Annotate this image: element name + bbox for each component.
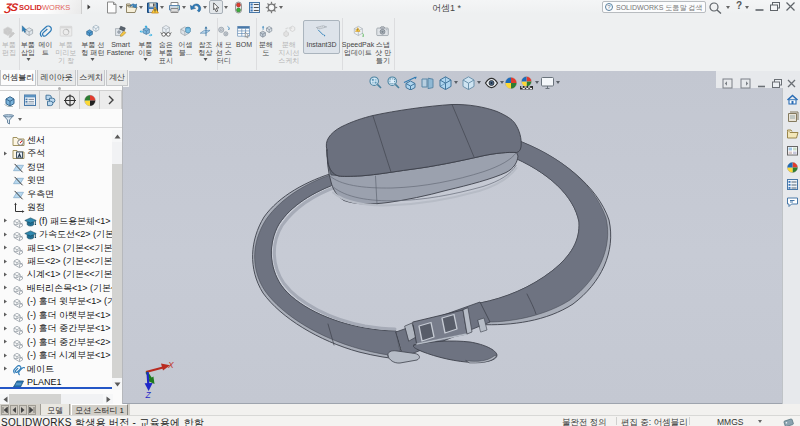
toolbar-undo-button[interactable] [188,0,202,14]
ribbon-button-exploded-view[interactable]: 분해 도 [259,24,274,57]
headsup-hide-show-items-button[interactable] [461,75,477,91]
ribbon-button-reference-geometry[interactable]: 참조 형상 [198,24,213,61]
tree-item[interactable]: 배터리손목<1> (기본<< [0,281,112,294]
restore-doc-icon[interactable] [771,75,783,87]
search-input[interactable] [616,4,707,11]
ribbon-button-component-preview[interactable]: 부품 미리보 기 창 [56,24,77,65]
tree-item[interactable]: 주석 [0,147,112,160]
dropdown-arrow-icon[interactable] [535,81,539,84]
command-tab-3[interactable]: 계산 [106,70,128,86]
taskpane-design-library-button[interactable] [785,109,799,124]
tree-item[interactable]: 원점 [0,201,112,214]
ribbon-button-bom[interactable]: BOM [236,24,252,49]
tree-item[interactable]: 가속도선<2> (기본< [0,228,112,241]
help-search-box[interactable]: ? [602,1,706,13]
expander-arrow-icon[interactable] [4,340,7,344]
tree-item[interactable]: (-) 홀더 윗부분<1> (기본 [0,295,112,308]
expander-arrow-icon[interactable] [4,151,7,155]
taskpane-forum-button[interactable] [785,194,799,209]
headsup-zoom-to-fit-button[interactable] [368,75,384,91]
expander-arrow-icon[interactable] [4,313,7,317]
ribbon-button-smart-fastener[interactable]: Smart Fastener [107,24,135,57]
dropdown-arrow-icon[interactable] [160,6,164,9]
graphics-viewport[interactable]: X Z [123,71,782,404]
dropdown-arrow-icon[interactable] [182,6,186,9]
collapse-left-pane-icon[interactable] [722,75,734,87]
tree-item[interactable]: (f) 패드용본체<1> ( [0,214,112,227]
units-dropdown-arrow-icon[interactable] [758,420,762,423]
expander-arrow-icon[interactable] [4,272,7,276]
toolbar-rebuild-button[interactable] [231,0,245,14]
tree-item[interactable]: 패드<2> (기본<<기본>_ [0,255,112,268]
solidworks-logo[interactable]: ƷS SOLIDWORKS [0,0,82,14]
ribbon-button-show-hidden[interactable]: 숨은 부품 표시 [159,24,174,65]
expander-arrow-icon[interactable] [4,232,7,236]
dropdown-arrow-icon[interactable] [477,81,481,84]
headsup-view-settings-button[interactable] [540,75,556,91]
toolbar-select-cursor-button[interactable] [209,0,223,14]
toolbar-open-button[interactable] [124,0,138,14]
headsup-view-orientation-button[interactable] [420,75,436,91]
tree-item[interactable]: (-) 홀더 시계부분<1> (기 [0,349,112,362]
toolbar-save-button[interactable] [145,0,159,14]
taskpane-appearances-button[interactable] [785,160,799,175]
tree-item[interactable]: 정면 [0,160,112,173]
ribbon-button-explode-line-sketch[interactable]: 분해 지시선 스케치 [279,24,300,65]
tree-item[interactable]: (-) 홀더 아랫부분<1> (기 [0,308,112,321]
expander-arrow-icon[interactable] [4,367,7,371]
scroll-down-icon[interactable] [112,378,122,390]
ribbon-button-mate[interactable]: 메이 트 [38,24,53,57]
search-dropdown-arrow-icon[interactable] [726,6,730,9]
logo-menu-arrow-icon[interactable] [84,2,93,12]
headsup-zoom-to-area-button[interactable] [386,75,402,91]
tree-item[interactable]: (-) 홀더 중간부분<2> (기 [0,335,112,348]
tab-nav-first-icon[interactable] [1,405,9,415]
close-doc-icon[interactable] [786,75,798,87]
expander-arrow-icon[interactable] [4,286,7,290]
ribbon-button-edit-component[interactable]: 부품 편집 [2,24,17,57]
dropdown-arrow-icon[interactable] [556,81,560,84]
headsup-display-style-button[interactable] [438,75,454,91]
tree-horizontal-scrollbar[interactable] [0,394,113,404]
ribbon-button-instant3d[interactable]: Instant3D [303,20,341,54]
dropdown-arrow-icon[interactable] [139,6,143,9]
expander-arrow-icon[interactable] [4,326,7,330]
ribbon-button-snapshot[interactable]: 스냅 샷 만 들기 [375,24,391,65]
command-tab-2[interactable]: 스케치 [77,70,105,86]
search-magnifier-icon[interactable] [708,1,723,14]
toolbar-print-button[interactable] [167,0,181,14]
horizontal-scroll-thumb[interactable] [9,394,61,404]
toolbar-new-document-button[interactable] [104,0,118,14]
taskpane-custom-properties-button[interactable] [785,177,799,192]
3d-model-wristwatch[interactable]: X Z [123,71,782,404]
tree-item[interactable]: 메이트 [0,362,112,375]
ribbon-button-assembly-features[interactable]: 어셈 블... [178,24,193,57]
dropdown-arrow-icon[interactable] [454,81,458,84]
ribbon-button-insert-components[interactable]: 부품 삽입 [21,24,36,61]
panel-split-bar[interactable] [0,387,112,389]
command-tab-1[interactable]: 레이아웃 [37,70,76,86]
dropdown-arrow-icon[interactable] [224,6,228,9]
tab-nav-last-icon[interactable] [28,405,36,415]
status-units[interactable]: MMGS [717,417,743,426]
tree-item[interactable]: 센서 [0,134,112,147]
headsup-section-view-button[interactable] [403,75,419,91]
solidworks-resources-icon[interactable] [783,418,795,426]
minimize-doc-icon[interactable] [756,75,768,87]
expander-arrow-icon[interactable] [4,246,7,250]
dropdown-arrow-icon[interactable] [279,6,283,9]
toolbar-options-gear-button[interactable] [264,0,278,14]
dropdown-arrow-icon[interactable] [203,6,207,9]
taskpane-file-explorer-button[interactable] [785,126,799,141]
minimize-window-icon[interactable] [754,2,765,12]
headsup-edit-appearance-button[interactable] [504,75,520,91]
toolbar-file-properties-button[interactable] [247,0,261,14]
tree-item[interactable]: 우측면 [0,187,112,200]
tab-nav-next-icon[interactable] [19,405,27,415]
collapse-right-pane-icon[interactable] [740,75,752,87]
ribbon-button-speedpak-update[interactable]: SpeedPak 업데이트 [342,24,374,57]
help-dropdown-arrow-icon[interactable] [745,6,749,9]
expander-arrow-icon[interactable] [4,259,7,263]
search-scope-icon[interactable]: ? [605,3,613,11]
scroll-right-icon[interactable] [103,394,113,404]
